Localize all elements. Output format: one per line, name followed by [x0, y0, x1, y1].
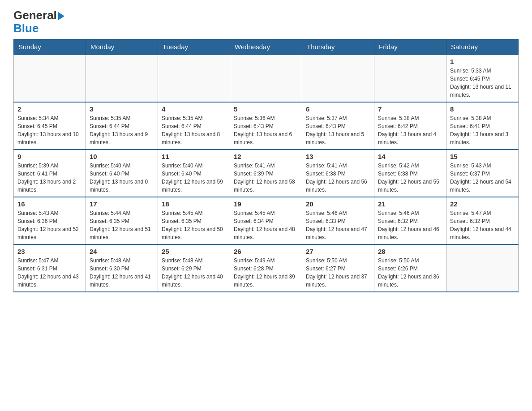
calendar-cell: 18Sunrise: 5:45 AM Sunset: 6:35 PM Dayli… — [158, 197, 230, 244]
day-number: 9 — [17, 153, 82, 160]
day-info: Sunrise: 5:47 AM Sunset: 6:32 PM Dayligh… — [450, 209, 515, 241]
calendar-cell: 19Sunrise: 5:45 AM Sunset: 6:34 PM Dayli… — [230, 197, 302, 244]
day-number: 12 — [234, 153, 298, 160]
day-number: 20 — [306, 200, 370, 208]
day-number: 24 — [90, 248, 154, 255]
day-info: Sunrise: 5:40 AM Sunset: 6:40 PM Dayligh… — [162, 162, 226, 194]
day-number: 15 — [450, 153, 515, 160]
col-header-thursday: Thursday — [302, 39, 374, 55]
day-number: 26 — [234, 248, 298, 255]
col-header-monday: Monday — [86, 39, 158, 55]
calendar-cell — [14, 55, 86, 102]
calendar-week-row: 9Sunrise: 5:39 AM Sunset: 6:41 PM Daylig… — [14, 150, 519, 197]
day-number: 19 — [234, 200, 298, 208]
day-info: Sunrise: 5:50 AM Sunset: 6:27 PM Dayligh… — [306, 257, 370, 289]
day-info: Sunrise: 5:46 AM Sunset: 6:32 PM Dayligh… — [378, 209, 442, 241]
calendar-header-row: SundayMondayTuesdayWednesdayThursdayFrid… — [14, 39, 519, 55]
calendar-cell: 11Sunrise: 5:40 AM Sunset: 6:40 PM Dayli… — [158, 150, 230, 197]
day-number: 8 — [450, 105, 515, 113]
day-info: Sunrise: 5:45 AM Sunset: 6:34 PM Dayligh… — [234, 209, 298, 241]
day-number: 28 — [378, 248, 442, 255]
day-number: 3 — [90, 105, 154, 113]
calendar-cell: 2Sunrise: 5:34 AM Sunset: 6:45 PM Daylig… — [14, 102, 86, 150]
day-info: Sunrise: 5:40 AM Sunset: 6:40 PM Dayligh… — [90, 162, 154, 194]
day-info: Sunrise: 5:33 AM Sunset: 6:45 PM Dayligh… — [450, 67, 515, 99]
calendar-cell: 3Sunrise: 5:35 AM Sunset: 6:44 PM Daylig… — [86, 102, 158, 150]
day-info: Sunrise: 5:35 AM Sunset: 6:44 PM Dayligh… — [90, 114, 154, 146]
col-header-wednesday: Wednesday — [230, 39, 302, 55]
calendar-cell — [446, 244, 519, 292]
calendar-cell: 12Sunrise: 5:41 AM Sunset: 6:39 PM Dayli… — [230, 150, 302, 197]
day-number: 14 — [378, 153, 442, 160]
calendar-cell: 26Sunrise: 5:49 AM Sunset: 6:28 PM Dayli… — [230, 244, 302, 292]
day-info: Sunrise: 5:37 AM Sunset: 6:43 PM Dayligh… — [306, 114, 370, 146]
day-number: 27 — [306, 248, 370, 255]
day-number: 4 — [162, 105, 226, 113]
col-header-saturday: Saturday — [446, 39, 519, 55]
calendar-cell: 9Sunrise: 5:39 AM Sunset: 6:41 PM Daylig… — [14, 150, 86, 197]
day-info: Sunrise: 5:38 AM Sunset: 6:41 PM Dayligh… — [450, 114, 515, 146]
day-info: Sunrise: 5:49 AM Sunset: 6:28 PM Dayligh… — [234, 257, 298, 289]
day-number: 23 — [17, 248, 82, 255]
calendar-cell: 20Sunrise: 5:46 AM Sunset: 6:33 PM Dayli… — [302, 197, 374, 244]
day-number: 2 — [17, 105, 82, 113]
calendar-week-row: 2Sunrise: 5:34 AM Sunset: 6:45 PM Daylig… — [14, 102, 519, 150]
calendar-cell: 1Sunrise: 5:33 AM Sunset: 6:45 PM Daylig… — [446, 55, 519, 102]
col-header-tuesday: Tuesday — [158, 39, 230, 55]
calendar-table: SundayMondayTuesdayWednesdayThursdayFrid… — [13, 39, 519, 292]
calendar-cell: 24Sunrise: 5:48 AM Sunset: 6:30 PM Dayli… — [86, 244, 158, 292]
logo-general-text: General — [13, 9, 57, 22]
logo-arrow-icon — [58, 12, 64, 20]
calendar-cell: 22Sunrise: 5:47 AM Sunset: 6:32 PM Dayli… — [446, 197, 519, 244]
day-info: Sunrise: 5:38 AM Sunset: 6:42 PM Dayligh… — [378, 114, 442, 146]
calendar-cell: 17Sunrise: 5:44 AM Sunset: 6:35 PM Dayli… — [86, 197, 158, 244]
calendar-cell: 5Sunrise: 5:36 AM Sunset: 6:43 PM Daylig… — [230, 102, 302, 150]
day-info: Sunrise: 5:48 AM Sunset: 6:30 PM Dayligh… — [90, 257, 154, 289]
calendar-cell: 6Sunrise: 5:37 AM Sunset: 6:43 PM Daylig… — [302, 102, 374, 150]
calendar-cell — [374, 55, 446, 102]
col-header-friday: Friday — [374, 39, 446, 55]
day-number: 21 — [378, 200, 442, 208]
calendar-cell: 27Sunrise: 5:50 AM Sunset: 6:27 PM Dayli… — [302, 244, 374, 292]
day-info: Sunrise: 5:48 AM Sunset: 6:29 PM Dayligh… — [162, 257, 226, 289]
calendar-week-row: 16Sunrise: 5:43 AM Sunset: 6:36 PM Dayli… — [14, 197, 519, 244]
day-number: 22 — [450, 200, 515, 208]
calendar-cell: 28Sunrise: 5:50 AM Sunset: 6:26 PM Dayli… — [374, 244, 446, 292]
day-info: Sunrise: 5:43 AM Sunset: 6:36 PM Dayligh… — [17, 209, 82, 241]
calendar-cell — [158, 55, 230, 102]
calendar-cell: 14Sunrise: 5:42 AM Sunset: 6:38 PM Dayli… — [374, 150, 446, 197]
calendar-cell — [230, 55, 302, 102]
calendar-week-row: 23Sunrise: 5:47 AM Sunset: 6:31 PM Dayli… — [14, 244, 519, 292]
calendar-week-row: 1Sunrise: 5:33 AM Sunset: 6:45 PM Daylig… — [14, 55, 519, 102]
calendar-cell: 13Sunrise: 5:41 AM Sunset: 6:38 PM Dayli… — [302, 150, 374, 197]
logo: General Blue — [13, 9, 64, 34]
day-info: Sunrise: 5:41 AM Sunset: 6:39 PM Dayligh… — [234, 162, 298, 194]
calendar-cell — [86, 55, 158, 102]
logo-blue-text: Blue — [13, 21, 39, 35]
day-number: 1 — [450, 58, 515, 65]
day-number: 18 — [162, 200, 226, 208]
day-info: Sunrise: 5:46 AM Sunset: 6:33 PM Dayligh… — [306, 209, 370, 241]
calendar-cell: 10Sunrise: 5:40 AM Sunset: 6:40 PM Dayli… — [86, 150, 158, 197]
calendar-cell: 16Sunrise: 5:43 AM Sunset: 6:36 PM Dayli… — [14, 197, 86, 244]
day-number: 11 — [162, 153, 226, 160]
calendar-cell — [302, 55, 374, 102]
calendar-cell: 21Sunrise: 5:46 AM Sunset: 6:32 PM Dayli… — [374, 197, 446, 244]
day-info: Sunrise: 5:34 AM Sunset: 6:45 PM Dayligh… — [17, 114, 82, 146]
day-info: Sunrise: 5:44 AM Sunset: 6:35 PM Dayligh… — [90, 209, 154, 241]
day-info: Sunrise: 5:39 AM Sunset: 6:41 PM Dayligh… — [17, 162, 82, 194]
day-info: Sunrise: 5:50 AM Sunset: 6:26 PM Dayligh… — [378, 257, 442, 289]
day-number: 17 — [90, 200, 154, 208]
page-header: General Blue — [13, 9, 519, 34]
day-info: Sunrise: 5:47 AM Sunset: 6:31 PM Dayligh… — [17, 257, 82, 289]
day-number: 7 — [378, 105, 442, 113]
day-number: 10 — [90, 153, 154, 160]
calendar-cell: 25Sunrise: 5:48 AM Sunset: 6:29 PM Dayli… — [158, 244, 230, 292]
day-number: 5 — [234, 105, 298, 113]
day-info: Sunrise: 5:41 AM Sunset: 6:38 PM Dayligh… — [306, 162, 370, 194]
day-info: Sunrise: 5:45 AM Sunset: 6:35 PM Dayligh… — [162, 209, 226, 241]
calendar-cell: 7Sunrise: 5:38 AM Sunset: 6:42 PM Daylig… — [374, 102, 446, 150]
day-info: Sunrise: 5:42 AM Sunset: 6:38 PM Dayligh… — [378, 162, 442, 194]
day-number: 6 — [306, 105, 370, 113]
calendar-cell: 15Sunrise: 5:43 AM Sunset: 6:37 PM Dayli… — [446, 150, 519, 197]
